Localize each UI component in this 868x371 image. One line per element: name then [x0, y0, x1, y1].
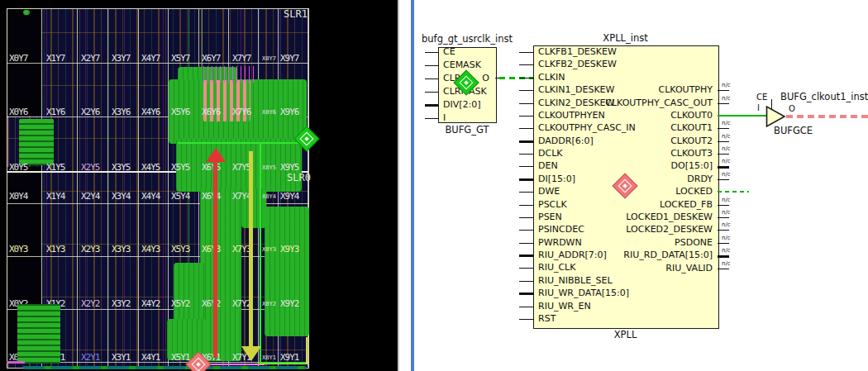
region-label-X5Y1[interactable]: X5Y1 [171, 352, 190, 363]
bufgce-i-pin[interactable]: I [757, 103, 760, 112]
marker-diamond-red-device[interactable] [189, 355, 207, 371]
xpll-instance-name[interactable]: XPLL_inst [533, 32, 718, 44]
marker-diamond-green-device[interactable] [298, 130, 316, 148]
region-label-X4Y1[interactable]: X4Y1 [141, 352, 160, 363]
region-label-X6Y2[interactable]: X6Y2 [202, 298, 221, 309]
region-label-X2Y5[interactable]: X2Y5 [81, 162, 100, 173]
region-label-X4Y6[interactable]: X4Y6 [141, 107, 160, 117]
region-label-X2Y6[interactable]: X2Y6 [81, 107, 100, 117]
pin-bufg-gt-I[interactable]: I [443, 113, 446, 123]
pin-xpll-LOCKED_FB[interactable]: LOCKED_FB [580, 200, 713, 210]
region-label-X7Y6[interactable]: X7Y6 [232, 107, 251, 117]
region-label-X3Y4[interactable]: X3Y4 [112, 191, 131, 202]
wire-clkout0[interactable] [718, 115, 767, 117]
region-label-X9Y2[interactable]: X9Y2 [280, 298, 299, 309]
bufgce-ce-pin[interactable]: CE [756, 93, 767, 102]
pin-xpll-DWE[interactable]: DWE [538, 187, 560, 197]
wire-clkout1-highlighted[interactable] [786, 115, 868, 118]
bufgce-o-pin[interactable]: O [789, 104, 795, 113]
pin-xpll-PSEN[interactable]: PSEN [538, 212, 562, 222]
marker-diamond-red-xpll[interactable] [616, 177, 634, 195]
region-label-X9Y3[interactable]: X9Y3 [280, 244, 299, 254]
pin-xpll-RIU_NIBBLE_SEL[interactable]: RIU_NIBBLE_SEL [538, 276, 613, 286]
region-label-X7Y7[interactable]: X7Y7 [232, 53, 251, 64]
bufg-gt-instance-name[interactable]: bufg_gt_usrclk_inst [417, 33, 517, 45]
region-label-X1Y4[interactable]: X1Y4 [46, 191, 65, 202]
region-label-X6Y5[interactable]: X6Y5 [202, 162, 221, 173]
region-label-X4Y4[interactable]: X4Y4 [141, 191, 160, 202]
region-label-X2Y1[interactable]: X2Y1 [81, 352, 100, 363]
pin-xpll-RIU_WR_DATA[15:0][interactable]: RIU_WR_DATA[15:0] [538, 288, 629, 298]
region-label-X1Y6[interactable]: X1Y6 [46, 107, 65, 117]
region-label-X8Y1[interactable]: X8Y1 [262, 354, 276, 361]
region-label-X5Y7[interactable]: X5Y7 [171, 53, 190, 64]
region-label-X2Y7[interactable]: X2Y7 [81, 53, 100, 64]
region-label-X6Y4[interactable]: X6Y4 [202, 191, 221, 202]
pin-xpll-DEN[interactable]: DEN [538, 161, 558, 171]
pin-xpll-DO[15:0][interactable]: DO[15:0] [580, 161, 713, 171]
region-label-X2Y2[interactable]: X2Y2 [81, 298, 100, 309]
region-label-X9Y1[interactable]: X9Y1 [280, 352, 299, 363]
region-label-X3Y2[interactable]: X3Y2 [112, 298, 131, 309]
region-label-X0Y4[interactable]: X0Y4 [9, 191, 28, 202]
region-label-X6Y3[interactable]: X6Y3 [202, 244, 221, 254]
pin-xpll-PWRDWN[interactable]: PWRDWN [538, 238, 582, 248]
pin-xpll-RIU_CLK[interactable]: RIU_CLK [538, 263, 575, 273]
pin-xpll-RIU_VALID[interactable]: RIU_VALID [580, 264, 713, 273]
region-label-X4Y3[interactable]: X4Y3 [141, 244, 160, 254]
pin-bufg-gt-CE[interactable]: CE [443, 47, 455, 57]
region-label-X4Y7[interactable]: X4Y7 [141, 53, 160, 64]
pin-xpll-CLKFB2_DESKEW[interactable]: CLKFB2_DESKEW [538, 59, 617, 69]
region-label-X5Y4[interactable]: X5Y4 [171, 191, 190, 202]
pin-xpll-CLKOUT2[interactable]: CLKOUT2 [580, 136, 713, 146]
pin-xpll-LOCKED1_DESKEW[interactable]: LOCKED1_DESKEW [580, 212, 713, 222]
region-label-X4Y5[interactable]: X4Y5 [141, 162, 160, 173]
pin-xpll-PSINCDEC[interactable]: PSINCDEC [538, 225, 584, 235]
pin-xpll-PSCLK[interactable]: PSCLK [538, 200, 567, 210]
region-label-X0Y3[interactable]: X0Y3 [9, 244, 28, 254]
region-label-X4Y2[interactable]: X4Y2 [141, 298, 160, 309]
pin-xpll-CLKIN[interactable]: CLKIN [538, 73, 565, 83]
region-label-X3Y6[interactable]: X3Y6 [112, 107, 131, 117]
region-label-X3Y3[interactable]: X3Y3 [112, 244, 131, 254]
pin-bufg-gt-CEMASK[interactable]: CEMASK [443, 60, 481, 70]
pin-bufg-gt-DIV[2:0][interactable]: DIV[2:0] [443, 100, 481, 110]
region-label-X5Y6[interactable]: X5Y6 [171, 107, 190, 117]
region-label-X9Y6[interactable]: X9Y6 [280, 107, 299, 117]
region-label-X0Y6[interactable]: X0Y6 [9, 107, 28, 117]
region-label-X6Y6[interactable]: X6Y6 [202, 107, 221, 117]
pin-xpll-PSDONE[interactable]: PSDONE [580, 238, 713, 248]
pin-xpll-LOCKED[interactable]: LOCKED [580, 187, 713, 197]
region-label-X2Y3[interactable]: X2Y3 [81, 244, 100, 254]
pin-xpll-DI[15:0][interactable]: DI[15:0] [538, 174, 575, 184]
pin-xpll-RST[interactable]: RST [538, 314, 556, 324]
region-label-X1Y5[interactable]: X1Y5 [46, 162, 65, 173]
pin-xpll-RIU_RD_DATA[15:0][interactable]: RIU_RD_DATA[15:0] [580, 250, 713, 260]
region-label-X8Y3[interactable]: X8Y3 [262, 246, 276, 253]
pin-xpll-CLKFB1_DESKEW[interactable]: CLKFB1_DESKEW [538, 47, 617, 57]
region-label-X5Y3[interactable]: X5Y3 [171, 244, 190, 254]
region-label-X5Y2[interactable]: X5Y2 [171, 298, 190, 309]
wire-locked-dashed[interactable] [718, 191, 749, 193]
region-label-X8Y4[interactable]: X8Y4 [262, 193, 276, 200]
pin-xpll-DRDY[interactable]: DRDY [580, 174, 713, 184]
region-label-X9Y4[interactable]: X9Y4 [280, 191, 299, 202]
region-label-X8Y2[interactable]: X8Y2 [262, 301, 276, 307]
pin-xpll-CLKOUT1[interactable]: CLKOUT1 [580, 123, 713, 133]
pin-xpll-CLKOUT3[interactable]: CLKOUT3 [580, 149, 713, 159]
region-label-X0Y7[interactable]: X0Y7 [9, 53, 28, 64]
region-label-X1Y3[interactable]: X1Y3 [46, 244, 65, 254]
region-label-X3Y7[interactable]: X3Y7 [112, 53, 131, 64]
region-label-X5Y5[interactable]: X5Y5 [171, 162, 190, 173]
highlighted-net-line[interactable] [178, 142, 308, 144]
pin-xpll-CLKOUT0[interactable]: CLKOUT0 [580, 111, 713, 121]
highlighted-net-line[interactable] [260, 142, 261, 364]
pin-xpll-RIU_WR_EN[interactable]: RIU_WR_EN [538, 302, 591, 312]
pin-xpll-CLKOUTPHY_CASC_OUT[interactable]: CLKOUTPHY_CASC_OUT [580, 98, 713, 108]
region-label-X0Y5[interactable]: X0Y5 [9, 162, 28, 173]
region-label-X1Y7[interactable]: X1Y7 [46, 53, 65, 64]
region-label-X3Y5[interactable]: X3Y5 [112, 162, 131, 173]
region-label-X2Y4[interactable]: X2Y4 [81, 191, 100, 202]
region-label-X8Y7[interactable]: X8Y7 [262, 55, 276, 62]
region-label-X9Y7[interactable]: X9Y7 [280, 53, 299, 64]
